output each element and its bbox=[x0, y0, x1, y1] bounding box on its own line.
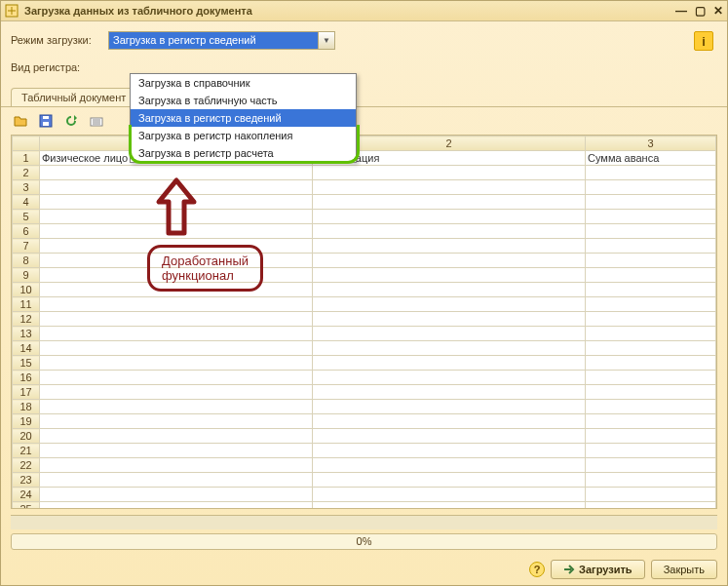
horizontal-scrollbar[interactable] bbox=[11, 515, 717, 528]
row-number[interactable]: 3 bbox=[13, 180, 40, 195]
grid-cell[interactable] bbox=[586, 371, 716, 385]
row-number[interactable]: 25 bbox=[13, 502, 40, 509]
dropdown-option[interactable]: Загрузка в табличную часть bbox=[131, 92, 356, 109]
grid-cell[interactable] bbox=[586, 283, 716, 297]
grid-cell[interactable] bbox=[313, 180, 586, 195]
grid-cell[interactable] bbox=[586, 166, 716, 180]
grid-cell[interactable] bbox=[586, 341, 716, 356]
grid-cell[interactable] bbox=[313, 195, 586, 210]
grid-cell[interactable] bbox=[40, 224, 313, 239]
chevron-down-icon[interactable]: ▼ bbox=[318, 32, 334, 49]
grid-cell[interactable] bbox=[586, 502, 716, 509]
row-number[interactable]: 5 bbox=[13, 210, 40, 224]
dropdown-option[interactable]: Загрузка в регистр накопления bbox=[131, 127, 356, 144]
grid-cell[interactable] bbox=[313, 385, 586, 400]
grid-cell[interactable] bbox=[40, 195, 313, 210]
grid-cell[interactable] bbox=[313, 239, 586, 254]
grid-cell[interactable] bbox=[313, 210, 586, 224]
grid-cell[interactable] bbox=[40, 327, 313, 341]
help-icon[interactable]: ? bbox=[529, 562, 545, 577]
grid-cell[interactable] bbox=[313, 327, 586, 341]
grid-cell[interactable] bbox=[586, 195, 716, 210]
spreadsheet-grid[interactable]: 1 2 3 1Физическое лицоОрганизацияСумма а… bbox=[12, 136, 716, 508]
grid-cell[interactable] bbox=[313, 254, 586, 268]
row-number[interactable]: 1 bbox=[13, 151, 40, 166]
grid-cell[interactable] bbox=[40, 180, 313, 195]
grid-cell[interactable] bbox=[586, 254, 716, 268]
grid-cell[interactable] bbox=[586, 444, 716, 458]
grid-cell[interactable] bbox=[313, 488, 586, 502]
grid-cell[interactable] bbox=[586, 224, 716, 239]
grid-cell[interactable] bbox=[40, 502, 313, 509]
subheader-cell[interactable]: Сумма аванса bbox=[586, 151, 716, 166]
grid-cell[interactable] bbox=[586, 400, 716, 414]
grid-cell[interactable] bbox=[586, 356, 716, 371]
grid-cell[interactable] bbox=[586, 297, 716, 312]
grid-cell[interactable] bbox=[40, 210, 313, 224]
grid-cell[interactable] bbox=[40, 429, 313, 444]
grid-cell[interactable] bbox=[313, 458, 586, 473]
grid-cell[interactable] bbox=[586, 385, 716, 400]
row-number[interactable]: 22 bbox=[13, 458, 40, 473]
grid-cell[interactable] bbox=[313, 297, 586, 312]
grid-cell[interactable] bbox=[40, 385, 313, 400]
row-number[interactable]: 17 bbox=[13, 385, 40, 400]
row-number[interactable]: 9 bbox=[13, 268, 40, 283]
row-number[interactable]: 10 bbox=[13, 283, 40, 297]
dropdown-option[interactable]: Загрузка в регистр расчета bbox=[131, 144, 356, 162]
grid-cell[interactable] bbox=[40, 371, 313, 385]
grid-cell[interactable] bbox=[313, 356, 586, 371]
row-number[interactable]: 2 bbox=[13, 166, 40, 180]
grid-cell[interactable] bbox=[313, 400, 586, 414]
grid-cell[interactable] bbox=[313, 268, 586, 283]
grid-cell[interactable] bbox=[313, 414, 586, 429]
grid-cell[interactable] bbox=[586, 239, 716, 254]
row-number[interactable]: 24 bbox=[13, 488, 40, 502]
grid-cell[interactable] bbox=[40, 488, 313, 502]
row-number[interactable]: 7 bbox=[13, 239, 40, 254]
row-number[interactable]: 16 bbox=[13, 371, 40, 385]
hint-icon[interactable]: i bbox=[694, 31, 713, 51]
close-window-button[interactable]: ✕ bbox=[713, 4, 723, 18]
row-number[interactable]: 18 bbox=[13, 400, 40, 414]
row-number[interactable]: 20 bbox=[13, 429, 40, 444]
grid-cell[interactable] bbox=[313, 341, 586, 356]
grid-cell[interactable] bbox=[586, 210, 716, 224]
grid-cell[interactable] bbox=[313, 283, 586, 297]
row-number[interactable]: 21 bbox=[13, 444, 40, 458]
grid-cell[interactable] bbox=[313, 473, 586, 488]
row-number[interactable]: 11 bbox=[13, 297, 40, 312]
grid-cell[interactable] bbox=[586, 180, 716, 195]
grid-cell[interactable] bbox=[40, 297, 313, 312]
row-number[interactable]: 23 bbox=[13, 473, 40, 488]
minimize-button[interactable]: — bbox=[675, 4, 687, 18]
row-number[interactable]: 8 bbox=[13, 254, 40, 268]
grid-cell[interactable] bbox=[40, 473, 313, 488]
grid-cell[interactable] bbox=[40, 312, 313, 327]
mode-combobox[interactable]: Загрузка в регистр сведений ▼ bbox=[108, 31, 335, 50]
grid-cell[interactable] bbox=[586, 458, 716, 473]
grid-cell[interactable] bbox=[40, 356, 313, 371]
grid-cell[interactable] bbox=[586, 268, 716, 283]
grid-cell[interactable] bbox=[586, 327, 716, 341]
refresh-button[interactable] bbox=[61, 111, 81, 131]
row-number[interactable]: 14 bbox=[13, 341, 40, 356]
col-header-3[interactable]: 3 bbox=[586, 137, 716, 151]
grid-cell[interactable] bbox=[313, 444, 586, 458]
grid-cell[interactable] bbox=[40, 166, 313, 180]
grid-cell[interactable] bbox=[40, 341, 313, 356]
grid-cell[interactable] bbox=[40, 239, 313, 254]
open-file-button[interactable] bbox=[11, 111, 30, 131]
grid-cell[interactable] bbox=[40, 268, 313, 283]
grid-cell[interactable] bbox=[586, 429, 716, 444]
close-button[interactable]: Закрыть bbox=[651, 560, 717, 579]
grid-cell[interactable] bbox=[586, 312, 716, 327]
tab-tabular-document[interactable]: Табличный документ bbox=[11, 88, 136, 106]
maximize-button[interactable]: ▢ bbox=[695, 4, 706, 18]
row-number[interactable]: 13 bbox=[13, 327, 40, 341]
row-number[interactable]: 4 bbox=[13, 195, 40, 210]
grid-cell[interactable] bbox=[313, 166, 586, 180]
grid-cell[interactable] bbox=[586, 414, 716, 429]
row-number[interactable]: 19 bbox=[13, 414, 40, 429]
grid-cell[interactable] bbox=[40, 254, 313, 268]
